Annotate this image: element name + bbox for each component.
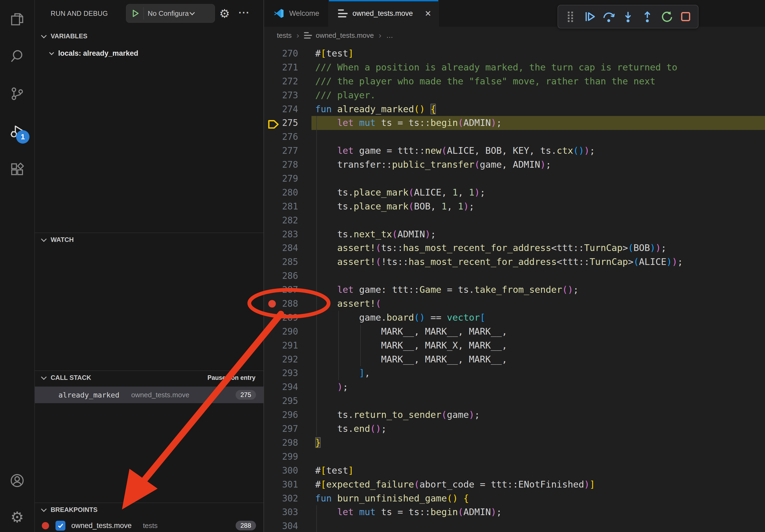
line-number[interactable]: 277 [264,144,298,158]
section-variables[interactable]: VARIABLES [35,30,264,42]
section-watch[interactable]: WATCH [35,234,264,246]
step-over-button[interactable] [602,10,616,24]
line-number[interactable]: 296 [264,408,298,422]
line-number[interactable]: 292 [264,353,298,367]
step-into-button[interactable] [621,10,635,24]
code-text[interactable]: let mut ts = ts::begin(ADMIN); [315,116,765,130]
code-line-300: 300#[test] [264,464,765,478]
line-number[interactable]: 281 [264,199,298,213]
code-text[interactable]: MARK__, MARK_X, MARK__, [315,339,765,353]
code-text[interactable]: ts.return_to_sender(game); [315,408,765,422]
tab-owned-tests-move[interactable]: owned_tests.move ✕ [329,0,439,27]
line-number[interactable]: 301 [264,478,298,492]
explorer-icon[interactable] [0,5,34,34]
frame-name: already_marked [58,391,120,399]
line-number[interactable]: 294 [264,380,298,394]
code-text[interactable]: transfer::public_transfer(game, ADMIN); [315,158,765,172]
line-number[interactable]: 286 [264,269,298,283]
line-number[interactable]: 273 [264,89,298,102]
code-text[interactable]: /// the player who made the "false" move… [315,75,765,89]
code-text[interactable]: } [315,436,765,450]
breakpoint-dot-icon[interactable] [268,300,276,308]
toolbar-gripper[interactable] [563,10,577,24]
line-number[interactable]: 300 [264,464,298,478]
code-text[interactable]: assert!(ts::has_most_recent_for_address<… [315,241,765,255]
breakpoint-list-item[interactable]: owned_tests.move tests 288 [35,518,264,532]
code-text[interactable]: ts.place_mark(BOB, 1, 1); [315,199,765,213]
line-number[interactable]: 303 [264,505,298,519]
line-number[interactable]: 271 [264,61,298,75]
line-number[interactable]: 284 [264,241,298,255]
code-text[interactable]: ); [315,380,765,394]
account-icon[interactable] [0,466,34,495]
line-number[interactable]: 279 [264,172,298,186]
code-area[interactable]: 270#[test]271/// When a position is alre… [264,44,765,532]
code-text[interactable]: #[expected_failure(abort_code = ttt::ENo… [315,478,765,492]
code-text[interactable]: fun already_marked() { [315,102,765,116]
code-text[interactable]: let game = ttt::new(ALICE, BOB, KEY, ts.… [315,144,765,158]
debug-settings-gear-icon[interactable]: ⚙ [219,0,230,27]
code-text[interactable]: ts.next_tx(ADMIN); [315,227,765,241]
line-number[interactable]: 282 [264,213,298,227]
section-call-stack[interactable]: CALL STACK Paused on entry [35,372,264,384]
line-number[interactable]: 272 [264,75,298,89]
line-number[interactable]: 285 [264,255,298,269]
line-number[interactable]: 287 [264,283,298,297]
line-number[interactable]: 290 [264,325,298,339]
start-debug-dropdown[interactable]: No Configura [126,4,215,23]
line-number[interactable]: 291 [264,339,298,353]
code-text[interactable]: let game: ttt::Game = ts.take_from_sende… [315,283,765,297]
code-text[interactable]: /// player. [315,89,765,102]
line-number[interactable]: 298 [264,436,298,450]
breadcrumb-root[interactable]: tests [277,31,292,40]
code-text[interactable]: assert!(!ts::has_most_recent_for_address… [315,255,765,269]
code-text[interactable]: let mut ts = ts::begin(ADMIN); [315,505,765,519]
search-icon[interactable] [0,42,34,71]
code-text[interactable]: #[test] [315,47,765,61]
line-number[interactable]: 289 [264,311,298,325]
continue-button[interactable] [583,10,597,24]
line-number[interactable]: 295 [264,394,298,408]
line-number[interactable]: 278 [264,158,298,172]
source-control-icon[interactable] [0,79,34,108]
code-line-272: 272/// the player who made the "false" m… [264,75,765,89]
code-text[interactable]: MARK__, MARK__, MARK__, [315,325,765,339]
line-number[interactable]: 270 [264,47,298,61]
extensions-icon[interactable] [0,155,34,184]
run-and-debug-icon[interactable] [0,117,34,146]
code-text[interactable]: /// When a position is already marked, t… [315,61,765,75]
code-text[interactable]: fun burn_unfinished_game() { [315,492,765,505]
stop-button[interactable] [679,10,693,24]
breakpoint-checkbox[interactable] [56,521,65,531]
code-text[interactable]: ], [315,366,765,380]
code-text[interactable]: game.board() == vector[ [315,311,765,325]
line-number[interactable]: 297 [264,422,298,436]
debug-config-label[interactable]: No Configura [148,9,189,18]
call-stack-frame-row[interactable]: already_marked owned_tests.move 275 [35,387,264,403]
line-number[interactable]: 302 [264,492,298,505]
step-out-button[interactable] [640,10,654,24]
start-debug-play-icon[interactable] [131,9,140,18]
code-text[interactable]: assert!( [315,297,765,311]
chevron-down-icon[interactable] [190,10,195,15]
restart-button[interactable] [660,10,674,24]
variables-scope-locals[interactable]: locals: already_marked [35,46,264,61]
breadcrumb-more[interactable]: … [386,31,393,40]
line-number[interactable]: 280 [264,186,298,199]
line-number[interactable]: 283 [264,227,298,241]
line-number[interactable]: 304 [264,519,298,532]
close-icon[interactable]: ✕ [424,9,431,18]
code-text[interactable]: ts.end(); [315,422,765,436]
line-number[interactable]: 274 [264,102,298,116]
tab-welcome[interactable]: Welcome [264,0,329,27]
code-text[interactable]: MARK__, MARK__, MARK__, [315,353,765,367]
code-text[interactable]: #[test] [315,464,765,478]
breadcrumb-file[interactable]: owned_tests.move [316,31,374,40]
more-actions-icon[interactable]: ··· [239,0,250,26]
section-breakpoints[interactable]: BREAKPOINTS [35,504,264,516]
code-text[interactable]: ts.place_mark(ALICE, 1, 1); [315,186,765,199]
line-number[interactable]: 293 [264,366,298,380]
settings-gear-icon[interactable]: ⚙ [0,502,34,531]
line-number[interactable]: 299 [264,450,298,464]
line-number[interactable]: 276 [264,130,298,144]
